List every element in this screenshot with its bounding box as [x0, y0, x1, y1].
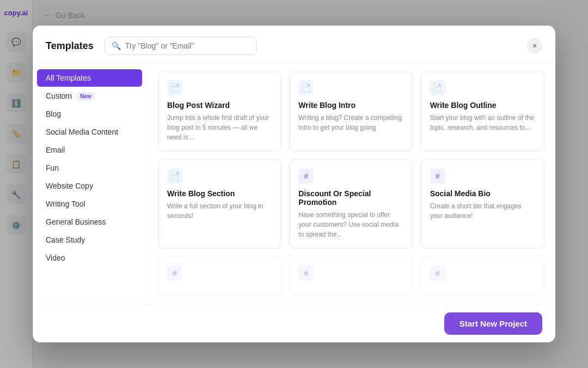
- hash-icon: #: [298, 266, 314, 281]
- template-card-write-blog-intro[interactable]: 📄Write Blog IntroWriting a blog? Create …: [289, 71, 413, 152]
- hash-icon: #: [167, 266, 182, 281]
- templates-content: 📄Blog Post WizardJump into a whole first…: [147, 62, 555, 304]
- category-sidebar: All TemplatesCustomNewBlogSocial Media C…: [33, 62, 147, 304]
- sidebar-item-writing[interactable]: Writing Tool: [37, 195, 142, 213]
- card-title-social-media-bio: Social Media Bio: [430, 189, 535, 198]
- search-input[interactable]: [125, 41, 234, 50]
- card-title-blog-post-wizard: Blog Post Wizard: [167, 101, 272, 110]
- card-desc-write-blog-section: Write a full section of your blog in sec…: [167, 201, 272, 221]
- template-card-social-media-bio[interactable]: #Social Media BioCreate a short bio that…: [421, 159, 544, 249]
- card-title-write-blog-intro: Write Blog Intro: [298, 101, 403, 110]
- sidebar-item-label-blog: Blog: [46, 110, 61, 118]
- card-desc-discount-promotion: Have something special to offer your cus…: [298, 210, 403, 239]
- sidebar-item-case[interactable]: Case Study: [37, 231, 142, 249]
- start-new-project-button[interactable]: Start New Project: [444, 312, 542, 335]
- modal-footer: Start New Project: [33, 304, 555, 342]
- doc-icon: 📄: [167, 168, 182, 184]
- template-card-partial-2[interactable]: #: [289, 256, 413, 295]
- sidebar-item-label-case: Case Study: [46, 236, 85, 244]
- sidebar-item-label-writing: Writing Tool: [46, 200, 85, 208]
- sidebar-item-label-social: Social Media Content: [46, 128, 118, 136]
- sidebar-item-blog[interactable]: Blog: [37, 105, 142, 123]
- close-button[interactable]: ×: [527, 38, 542, 53]
- template-card-write-blog-section[interactable]: 📄Write Blog SectionWrite a full section …: [158, 159, 281, 249]
- sidebar-item-email[interactable]: Email: [37, 141, 142, 159]
- template-card-discount-promotion[interactable]: #Discount Or Special PromotionHave somet…: [289, 159, 413, 249]
- sidebar-item-label-all: All Templates: [46, 74, 91, 82]
- doc-icon: 📄: [298, 80, 314, 95]
- sidebar-item-custom[interactable]: CustomNew: [37, 87, 142, 105]
- sidebar-item-label-video: Video: [46, 254, 65, 262]
- card-desc-write-blog-intro: Writing a blog? Create a compelling intr…: [298, 113, 403, 132]
- search-icon: 🔍: [112, 41, 121, 50]
- hash-icon: #: [430, 168, 445, 184]
- sidebar-item-all[interactable]: All Templates: [37, 69, 142, 87]
- sidebar-item-label-website: Website Copy: [46, 182, 93, 190]
- search-bar[interactable]: 🔍: [105, 37, 257, 55]
- card-title-write-blog-outline: Write Blog Outline: [430, 101, 535, 110]
- modal-header: Templates 🔍 ×: [33, 26, 555, 62]
- sidebar-item-fun[interactable]: Fun: [37, 159, 142, 177]
- card-desc-social-media-bio: Create a short bio that engages your aud…: [430, 201, 535, 221]
- sidebar-item-label-email: Email: [46, 146, 65, 154]
- template-card-blog-post-wizard[interactable]: 📄Blog Post WizardJump into a whole first…: [158, 71, 281, 152]
- card-desc-blog-post-wizard: Jump into a whole first draft of your bl…: [167, 113, 272, 142]
- sidebar-item-general[interactable]: General Business: [37, 213, 142, 231]
- card-title-write-blog-section: Write Blog Section: [167, 189, 272, 198]
- hash-icon: #: [430, 266, 445, 281]
- sidebar-item-social[interactable]: Social Media Content: [37, 123, 142, 141]
- modal-overlay: Templates 🔍 × All TemplatesCustomNewBlog…: [0, 0, 588, 368]
- template-card-partial-1[interactable]: #: [158, 256, 281, 295]
- card-title-discount-promotion: Discount Or Special Promotion: [298, 189, 403, 207]
- doc-icon: 📄: [430, 80, 445, 95]
- sidebar-item-website[interactable]: Website Copy: [37, 177, 142, 195]
- doc-icon: 📄: [167, 80, 182, 95]
- sidebar-item-label-fun: Fun: [46, 164, 59, 172]
- sidebar-item-label-custom: Custom: [46, 92, 72, 100]
- modal-title: Templates: [46, 40, 94, 52]
- card-desc-write-blog-outline: Start your blog with an outline of the t…: [430, 113, 535, 132]
- templates-modal: Templates 🔍 × All TemplatesCustomNewBlog…: [33, 26, 555, 342]
- templates-grid: 📄Blog Post WizardJump into a whole first…: [158, 71, 544, 295]
- sidebar-item-video[interactable]: Video: [37, 249, 142, 267]
- sidebar-item-label-general: General Business: [46, 218, 106, 226]
- modal-body: All TemplatesCustomNewBlogSocial Media C…: [33, 62, 555, 304]
- new-badge: New: [76, 92, 95, 100]
- hash-icon: #: [298, 168, 314, 184]
- template-card-partial-3[interactable]: #: [421, 256, 544, 295]
- template-card-write-blog-outline[interactable]: 📄Write Blog OutlineStart your blog with …: [421, 71, 544, 152]
